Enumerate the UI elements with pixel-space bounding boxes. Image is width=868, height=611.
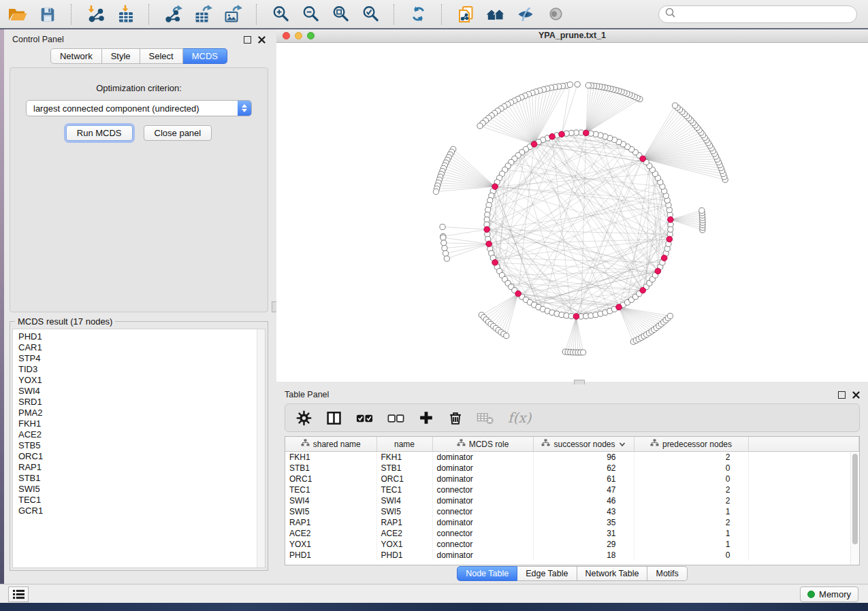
cell-mcds_role[interactable]: dominator: [432, 550, 533, 561]
table-row[interactable]: YOX1YOX1connector291: [285, 539, 859, 550]
mcds-node[interactable]: [640, 156, 646, 162]
clone-network-icon[interactable]: [455, 3, 477, 25]
table-scrollbar[interactable]: [850, 452, 859, 565]
close-panel-icon[interactable]: [258, 36, 266, 44]
close-panel-icon[interactable]: [852, 391, 860, 399]
network-node[interactable]: [443, 250, 449, 256]
network-node[interactable]: [673, 103, 678, 108]
run-mcds-button[interactable]: Run MCDS: [66, 125, 133, 141]
column-header-successor-nodes[interactable]: successor nodes: [533, 437, 634, 452]
cell-name[interactable]: FKH1: [376, 452, 432, 463]
cell-mcds_role[interactable]: dominator: [432, 517, 533, 528]
cell-shared_name[interactable]: SWI5: [285, 506, 376, 517]
cell-shared_name[interactable]: FKH1: [285, 452, 376, 463]
network-node[interactable]: [442, 246, 447, 251]
network-view[interactable]: [276, 43, 868, 382]
import-network-icon[interactable]: [84, 3, 106, 25]
network-graph[interactable]: [276, 43, 868, 382]
tab-node-table[interactable]: Node Table: [457, 566, 517, 581]
cell-shared_name[interactable]: ORC1: [285, 474, 376, 484]
cell-successor_nodes[interactable]: 18: [533, 550, 634, 561]
cell-shared_name[interactable]: SWI4: [285, 495, 376, 506]
mcds-node[interactable]: [668, 217, 674, 223]
hide-selected-icon[interactable]: [515, 3, 536, 25]
tab-network[interactable]: Network: [50, 48, 102, 64]
cell-predecessor_nodes[interactable]: 2: [634, 452, 748, 463]
mcds-result-item[interactable]: TEC1: [18, 495, 265, 506]
mcds-result-item[interactable]: STB1: [18, 473, 265, 484]
mcds-result-item[interactable]: SWI5: [18, 484, 265, 495]
cell-successor_nodes[interactable]: 96: [533, 452, 634, 463]
table-row[interactable]: SWI4SWI4dominator462: [285, 495, 859, 506]
mcds-result-item[interactable]: PMA2: [18, 408, 265, 418]
table-row[interactable]: STB1STB1dominator620: [285, 463, 859, 474]
mcds-node[interactable]: [486, 241, 492, 247]
cell-successor_nodes[interactable]: 61: [533, 474, 634, 484]
save-icon[interactable]: [37, 3, 59, 25]
cell-mcds_role[interactable]: connector: [432, 539, 533, 550]
mcds-node[interactable]: [531, 142, 537, 148]
cell-successor_nodes[interactable]: 31: [533, 528, 634, 539]
cell-name[interactable]: ORC1: [376, 474, 432, 484]
cell-successor_nodes[interactable]: 62: [533, 463, 634, 474]
tab-select[interactable]: Select: [140, 48, 183, 64]
network-node[interactable]: [567, 82, 573, 87]
network-node[interactable]: [433, 189, 438, 195]
zoom-fit-icon[interactable]: [329, 3, 351, 25]
cell-name[interactable]: SWI5: [376, 506, 432, 517]
cell-predecessor_nodes[interactable]: 0: [634, 463, 748, 474]
cell-name[interactable]: STB1: [376, 463, 432, 474]
column-header-name[interactable]: name: [376, 437, 432, 452]
criterion-select[interactable]: largest connected component (undirected): [26, 100, 252, 116]
cell-successor_nodes[interactable]: 43: [533, 506, 634, 517]
float-panel-icon[interactable]: [838, 391, 846, 399]
cell-name[interactable]: YOX1: [376, 539, 432, 550]
cell-mcds_role[interactable]: dominator: [432, 495, 533, 506]
show-panels-button[interactable]: [8, 587, 29, 602]
table-row[interactable]: PHD1PHD1dominator180: [285, 550, 859, 561]
mcds-result-item[interactable]: TID3: [18, 364, 265, 375]
cell-predecessor_nodes[interactable]: 1: [634, 506, 748, 517]
table-row[interactable]: SWI5SWI5connector431: [285, 506, 859, 517]
mcds-result-item[interactable]: CAR1: [18, 342, 265, 353]
show-hidden-icon[interactable]: [545, 3, 566, 25]
scrollbar-thumb[interactable]: [852, 454, 858, 544]
network-node[interactable]: [440, 235, 446, 240]
cell-predecessor_nodes[interactable]: 1: [634, 539, 748, 550]
cell-mcds_role[interactable]: connector: [432, 528, 533, 539]
deselect-all-icon[interactable]: [386, 409, 406, 427]
mcds-node[interactable]: [549, 133, 556, 139]
cell-shared_name[interactable]: PHD1: [285, 550, 376, 561]
cell-shared_name[interactable]: YOX1: [285, 539, 376, 550]
cell-mcds_role[interactable]: dominator: [432, 452, 533, 463]
mcds-node[interactable]: [661, 255, 667, 261]
cell-predecessor_nodes[interactable]: 0: [634, 550, 748, 561]
mcds-node[interactable]: [492, 260, 498, 266]
node-table[interactable]: shared namenameMCDS rolesuccessor nodesp…: [285, 436, 860, 565]
network-node[interactable]: [440, 224, 445, 229]
mcds-result-item[interactable]: RAP1: [18, 462, 265, 473]
mcds-node[interactable]: [492, 184, 498, 190]
cell-name[interactable]: SWI4: [376, 495, 432, 506]
gear-icon[interactable]: [295, 409, 313, 427]
column-header-shared-name[interactable]: shared name: [285, 437, 376, 452]
mcds-result-item[interactable]: STP4: [18, 353, 265, 364]
network-node[interactable]: [575, 82, 580, 87]
cell-predecessor_nodes[interactable]: 2: [634, 495, 748, 506]
network-node[interactable]: [585, 82, 591, 88]
network-node[interactable]: [444, 256, 449, 261]
network-node[interactable]: [667, 313, 673, 318]
network-node[interactable]: [581, 350, 586, 355]
export-network-icon[interactable]: [162, 3, 184, 25]
float-panel-icon[interactable]: [244, 36, 251, 44]
cell-successor_nodes[interactable]: 29: [533, 539, 634, 550]
export-table-icon[interactable]: [192, 3, 214, 25]
cell-shared_name[interactable]: ACE2: [285, 528, 376, 539]
network-window-titlebar[interactable]: YPA_prune.txt_1: [276, 29, 868, 43]
network-node[interactable]: [699, 208, 705, 213]
network-node[interactable]: [668, 227, 673, 232]
cell-mcds_role[interactable]: dominator: [432, 463, 533, 474]
mcds-result-item[interactable]: PHD1: [18, 331, 265, 342]
first-neighbors-icon[interactable]: [485, 3, 507, 25]
mcds-result-item[interactable]: STB5: [18, 440, 265, 451]
